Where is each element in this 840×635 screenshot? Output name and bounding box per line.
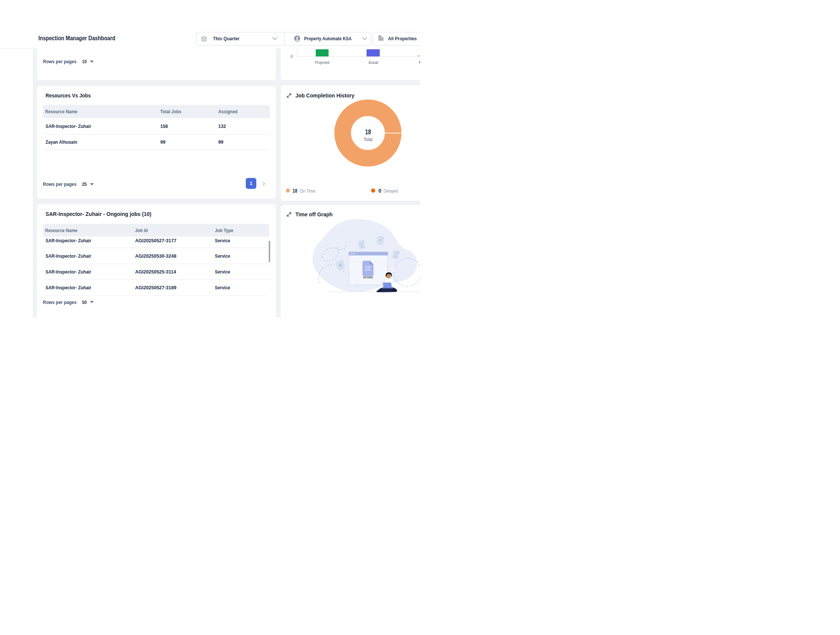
svg-text:NO DATA: NO DATA (363, 276, 373, 279)
svg-text:?: ? (392, 268, 394, 271)
